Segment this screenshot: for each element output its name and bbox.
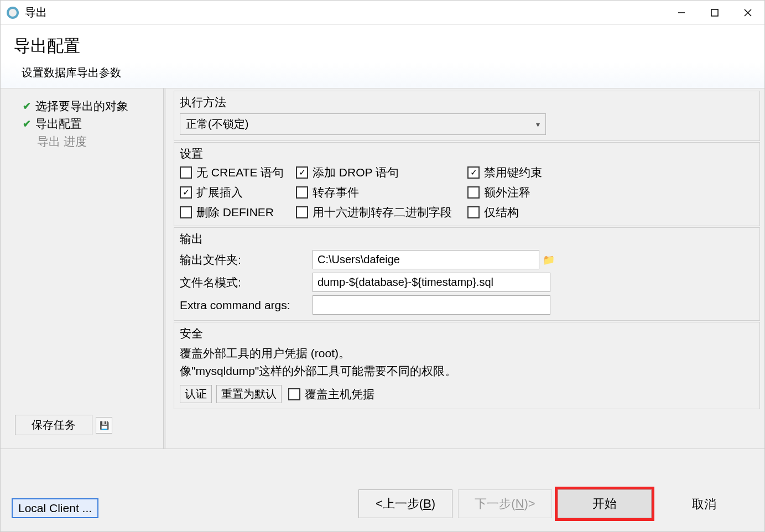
filename-pattern-input[interactable]	[313, 273, 550, 292]
footer: Local Client ... <上一步(B) 下一步(N)> 开始 取消	[1, 448, 764, 531]
page-subtitle: 设置数据库导出参数	[14, 65, 751, 80]
sidebar-step-export-config[interactable]: ✔ 导出配置	[5, 115, 159, 133]
cb-disable-keys[interactable]: ✓ 禁用键约束	[467, 165, 578, 180]
checkbox-icon	[180, 166, 192, 179]
cb-no-create[interactable]: 无 CREATE 语句	[180, 165, 296, 180]
start-button[interactable]: 开始	[558, 489, 652, 518]
config-area: 执行方法 正常(不锁定) ▾ 设置 无 CREATE 语句 ✓	[166, 88, 764, 448]
header: 导出配置 设置数据库导出参数	[1, 25, 764, 88]
checkbox-icon: ✓	[296, 166, 308, 179]
checkbox-icon	[288, 388, 300, 400]
cb-extended-insert[interactable]: ✓ 扩展插入	[180, 185, 296, 200]
save-task-button[interactable]: 保存任务	[15, 415, 92, 435]
group-settings: 设置 无 CREATE 语句 ✓ 添加 DROP 语句 ✓ 禁用键约束	[174, 142, 760, 226]
btn-text: )	[431, 497, 435, 510]
cb-label: 扩展插入	[196, 185, 243, 200]
cb-override-host[interactable]: 覆盖主机凭据	[288, 387, 374, 402]
minimize-button[interactable]	[665, 1, 698, 24]
security-text-1: 覆盖外部工具的用户凭据 (root)。	[180, 345, 754, 362]
extra-args-label: Extra command args:	[180, 299, 313, 312]
sidebar-step-export-progress: 导出 进度	[5, 133, 159, 150]
cb-label: 禁用键约束	[484, 165, 542, 180]
sidebar-item-label: 导出 进度	[37, 134, 87, 149]
cb-label: 覆盖主机凭据	[305, 387, 374, 402]
back-button[interactable]: <上一步(B)	[358, 489, 452, 518]
cb-add-drop[interactable]: ✓ 添加 DROP 语句	[296, 165, 467, 180]
sidebar-item-label: 选择要导出的对象	[35, 98, 128, 114]
cb-dump-events[interactable]: 转存事件	[296, 185, 467, 200]
cb-label: 用十六进制转存二进制字段	[313, 205, 452, 220]
exec-method-select[interactable]: 正常(不锁定) ▾	[180, 113, 546, 135]
cancel-button[interactable]: 取消	[657, 491, 751, 518]
checkbox-icon: ✓	[180, 186, 192, 199]
btn-text: <上一步(	[376, 497, 423, 510]
checkbox-icon	[180, 206, 192, 218]
maximize-button[interactable]	[698, 1, 731, 24]
cb-label: 转存事件	[313, 185, 359, 200]
checkbox-icon	[296, 206, 308, 218]
svg-point-1	[9, 9, 17, 17]
close-button[interactable]	[731, 1, 764, 24]
checkbox-icon	[467, 206, 480, 218]
checkbox-icon	[467, 186, 480, 199]
auth-button[interactable]: 认证	[180, 385, 212, 403]
body: ✔ 选择要导出的对象 ✔ 导出配置 导出 进度 保存任务 💾	[1, 88, 764, 448]
check-icon: ✔	[23, 118, 31, 130]
save-task-options-button[interactable]: 💾	[96, 417, 112, 434]
cb-label: 删除 DEFINER	[196, 205, 274, 220]
cb-extra-comments[interactable]: 额外注释	[467, 185, 578, 200]
local-client-button[interactable]: Local Client ...	[12, 498, 98, 518]
wizard-sidebar: ✔ 选择要导出的对象 ✔ 导出配置 导出 进度 保存任务 💾	[1, 88, 163, 448]
cb-label: 额外注释	[484, 185, 530, 200]
group-exec-method: 执行方法 正常(不锁定) ▾	[174, 91, 760, 141]
group-security: 安全 覆盖外部工具的用户凭据 (root)。 像"mysqldump"这样的外部…	[174, 322, 760, 409]
group-title: 安全	[180, 326, 754, 341]
group-title: 输出	[180, 231, 754, 247]
window-title: 导出	[25, 5, 665, 20]
security-text-2: 像"mysqldump"这样的外部工具可能需要不同的权限。	[180, 362, 754, 380]
export-dialog-window: 导出 导出配置 设置数据库导出参数 ✔ 选择要导出的对象 ✔ 导出配置	[0, 0, 765, 532]
group-output: 输出 输出文件夹: 📁 文件名模式: Extra command args:	[174, 227, 760, 321]
main-panel: 执行方法 正常(不锁定) ▾ 设置 无 CREATE 语句 ✓	[166, 88, 764, 448]
checkbox-icon: ✓	[467, 166, 480, 179]
page-title: 导出配置	[14, 35, 751, 58]
btn-hotkey: B	[423, 497, 431, 510]
btn-text: 下一步(	[475, 497, 515, 510]
next-button: 下一步(N)>	[458, 489, 552, 518]
save-task-row: 保存任务 💾	[5, 415, 159, 440]
cb-hex-binary[interactable]: 用十六进制转存二进制字段	[296, 205, 467, 220]
sidebar-item-label: 导出配置	[35, 116, 82, 132]
output-folder-input[interactable]	[313, 250, 539, 269]
extra-args-input[interactable]	[313, 295, 550, 315]
cb-structure-only[interactable]: 仅结构	[467, 205, 578, 220]
titlebar: 导出	[1, 1, 764, 25]
check-icon: ✔	[23, 100, 31, 112]
svg-rect-3	[711, 9, 718, 16]
chevron-down-icon: ▾	[536, 120, 540, 129]
save-disk-icon: 💾	[100, 421, 109, 430]
output-folder-label: 输出文件夹:	[180, 252, 313, 268]
cb-label: 添加 DROP 语句	[313, 165, 399, 180]
btn-hotkey: N	[516, 497, 524, 510]
sidebar-step-select-objects[interactable]: ✔ 选择要导出的对象	[5, 97, 159, 115]
group-title: 执行方法	[180, 95, 754, 110]
app-icon	[6, 6, 19, 19]
folder-icon[interactable]: 📁	[543, 254, 555, 266]
reset-default-button[interactable]: 重置为默认	[216, 385, 282, 403]
checkbox-icon	[296, 186, 308, 199]
cb-remove-definer[interactable]: 删除 DEFINER	[180, 205, 296, 220]
select-value: 正常(不锁定)	[186, 117, 248, 132]
btn-text: )>	[524, 497, 535, 510]
cb-label: 仅结构	[484, 205, 519, 220]
filename-pattern-label: 文件名模式:	[180, 275, 313, 290]
cb-label: 无 CREATE 语句	[196, 165, 284, 180]
group-title: 设置	[180, 146, 754, 161]
window-controls	[665, 1, 764, 24]
